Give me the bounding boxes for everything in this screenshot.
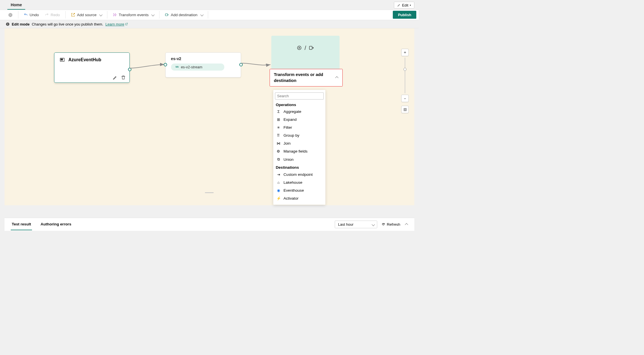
- undo-button[interactable]: Undo: [21, 11, 42, 18]
- source-icon: [71, 13, 75, 17]
- menu-group-destinations: Destinations: [273, 164, 326, 170]
- chevron-down-icon: [371, 222, 374, 227]
- svg-rect-8: [62, 60, 63, 60]
- tab-home[interactable]: Home: [7, 1, 25, 10]
- item-label: Activator: [283, 196, 298, 200]
- info-icon: i: [6, 22, 10, 26]
- connector-arrow: [130, 65, 167, 73]
- caret-down-icon: ▾: [410, 4, 411, 7]
- zoom-out-button[interactable]: －: [401, 95, 409, 102]
- expand-icon: ⊞: [276, 117, 280, 122]
- svg-text:i: i: [7, 23, 8, 26]
- dropdown-title: Transform events or add destination: [274, 72, 335, 84]
- gear-icon: [8, 13, 13, 17]
- svg-rect-12: [404, 109, 406, 110]
- svg-rect-7: [61, 60, 61, 60]
- panel-resize-handle[interactable]: [205, 192, 214, 193]
- svg-rect-10: [310, 46, 312, 49]
- info-message: Changes will go live once you publish th…: [32, 22, 103, 26]
- filter-icon: ≡: [276, 125, 280, 130]
- menu-item-managefields[interactable]: ⚙Manage fields: [273, 147, 326, 155]
- toolbar: Undo Redo Add source Transform events Ad…: [0, 10, 419, 20]
- edit-button[interactable]: Edit ▾: [394, 2, 414, 9]
- transform-label: Transform events: [119, 13, 149, 17]
- dropdown-header[interactable]: Transform events or add destination: [270, 69, 343, 86]
- item-label: Filter: [283, 125, 292, 130]
- bottom-panel: Test result Authoring errors Last hour R…: [5, 218, 414, 231]
- search-input[interactable]: [275, 92, 324, 100]
- transform-button[interactable]: Transform events: [110, 11, 156, 18]
- tab-test-result[interactable]: Test result: [11, 219, 32, 230]
- menu-group-operations: Operations: [273, 101, 326, 108]
- fit-icon: [403, 108, 407, 111]
- zoom-thumb[interactable]: [404, 68, 406, 71]
- add-source-button[interactable]: Add source: [69, 11, 104, 18]
- menu-item-join[interactable]: ⋈Join: [273, 140, 326, 147]
- item-label: Join: [283, 141, 291, 145]
- chevron-up-icon: [335, 76, 338, 79]
- item-label: Lakehouse: [283, 180, 302, 185]
- edit-label: Edit: [402, 3, 408, 7]
- canvas[interactable]: AzureEventHub es-v2 es-v2-stream: [5, 28, 414, 205]
- item-label: Eventhouse: [283, 188, 304, 193]
- fit-button[interactable]: [401, 106, 409, 113]
- item-label: Union: [283, 157, 294, 162]
- destination-icon: [165, 13, 169, 17]
- menu-item-groupby[interactable]: ⠿Group by: [273, 132, 326, 140]
- eventhub-icon: [59, 57, 65, 63]
- group-icon: ⠿: [276, 133, 280, 138]
- slash-separator: /: [305, 45, 306, 51]
- connector-arrow: [241, 61, 272, 70]
- fields-icon: ⚙: [276, 149, 280, 153]
- port-out[interactable]: [239, 63, 243, 66]
- learn-more-label: Learn more: [105, 22, 124, 26]
- item-label: Aggregate: [283, 109, 301, 114]
- node-stream[interactable]: es-v2 es-v2-stream: [165, 52, 241, 77]
- svg-rect-5: [61, 59, 61, 60]
- menu-item-eventhouse[interactable]: ◉Eventhouse: [273, 186, 326, 194]
- union-icon: ⧉: [276, 157, 280, 162]
- node-stream-title: es-v2: [171, 56, 236, 61]
- time-range-label: Last hour: [338, 222, 353, 227]
- node-source[interactable]: AzureEventHub: [54, 52, 130, 83]
- refresh-icon: [381, 223, 385, 226]
- menu-item-aggregate[interactable]: ΣAggregate: [273, 108, 326, 116]
- port-in[interactable]: [164, 63, 167, 66]
- menu-item-lakehouse[interactable]: ⌂Lakehouse: [273, 178, 326, 186]
- item-label: Manage fields: [283, 149, 308, 153]
- lakehouse-icon: ⌂: [276, 180, 280, 185]
- zoom-slider[interactable]: [405, 58, 405, 93]
- pencil-icon: [397, 3, 401, 7]
- svg-rect-11: [404, 108, 406, 111]
- expand-panel-icon[interactable]: [405, 223, 408, 226]
- delete-node-icon[interactable]: [121, 75, 126, 80]
- stream-chip[interactable]: es-v2-stream: [171, 64, 225, 71]
- dropdown-menu: Operations ΣAggregate ⊞Expand ≡Filter ⠿G…: [273, 90, 326, 205]
- publish-button[interactable]: Publish: [393, 11, 416, 19]
- add-destination-label: Add destination: [171, 13, 197, 17]
- undo-label: Undo: [30, 13, 39, 17]
- settings-button[interactable]: [6, 11, 15, 19]
- output-icon: [309, 45, 314, 51]
- learn-more-link[interactable]: Learn more: [105, 22, 128, 26]
- zoom-in-button[interactable]: ＋: [401, 49, 409, 56]
- port-out[interactable]: [128, 68, 131, 71]
- menu-item-customendpoint[interactable]: ⇥Custom endpoint: [273, 170, 326, 178]
- menu-item-filter[interactable]: ≡Filter: [273, 124, 326, 132]
- add-source-label: Add source: [77, 13, 97, 17]
- menu-item-expand[interactable]: ⊞Expand: [273, 116, 326, 124]
- refresh-button[interactable]: Refresh: [381, 222, 400, 227]
- time-range-select[interactable]: Last hour: [335, 221, 377, 228]
- refresh-label: Refresh: [387, 222, 400, 227]
- item-label: Group by: [283, 133, 299, 138]
- menu-item-union[interactable]: ⧉Union: [273, 155, 326, 164]
- tab-authoring-errors[interactable]: Authoring errors: [39, 219, 72, 230]
- add-destination-button[interactable]: Add destination: [162, 11, 205, 18]
- redo-button: Redo: [42, 11, 63, 18]
- tab-bar: Home Edit ▾: [0, 0, 419, 10]
- activator-icon: ⚡: [276, 196, 280, 200]
- menu-item-activator[interactable]: ⚡Activator: [273, 194, 326, 202]
- edit-node-icon[interactable]: [113, 75, 118, 80]
- info-bar: i Edit mode Changes will go live once yo…: [0, 20, 419, 28]
- join-icon: ⋈: [276, 141, 280, 145]
